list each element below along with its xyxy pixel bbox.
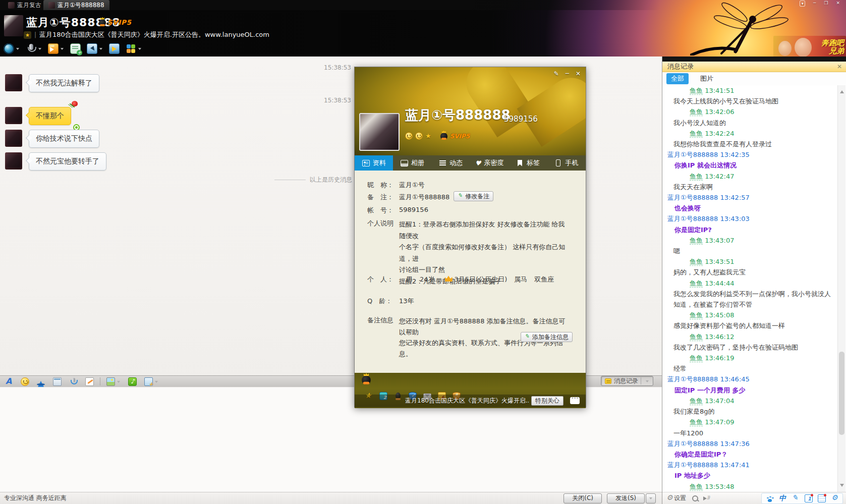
scroll-up-icon[interactable] [840, 88, 844, 93]
skin-menu-icon[interactable]: ▾ [800, 1, 805, 7]
message-bubble[interactable]: 不然元宝他要转手了 [29, 152, 106, 171]
doodle-button[interactable] [84, 376, 95, 387]
nickname-label: 昵 称： [367, 181, 399, 190]
sender-name[interactable]: 蓝月①号888888 [667, 194, 718, 201]
chinese-input-button[interactable] [777, 493, 788, 503]
send-message-icon[interactable] [570, 397, 580, 404]
window-nudge-button[interactable] [51, 376, 63, 387]
send-button[interactable]: 发送(S) [607, 493, 645, 503]
pencil-button[interactable] [790, 493, 801, 503]
tab-phone[interactable]: 手机 [547, 155, 586, 171]
tab-albums[interactable]: 相册 [393, 155, 431, 171]
special-care-button[interactable]: 特别关心 [531, 396, 563, 406]
magic-expression-button[interactable] [35, 376, 47, 387]
group-chat-button[interactable] [69, 42, 82, 55]
sender-name[interactable]: 蓝月①号888888 [667, 440, 718, 447]
sender-name[interactable]: 鱼鱼 [690, 397, 703, 405]
scrollbar-thumb[interactable] [839, 352, 844, 435]
message-bubble[interactable]: 不懂那个 [29, 107, 71, 125]
sender-name[interactable]: 鱼鱼 [690, 483, 703, 491]
sender-name[interactable]: 鱼鱼 [690, 258, 703, 266]
age-value: 24岁 [420, 275, 435, 284]
svip-badge[interactable]: SVIP5 [99, 19, 132, 26]
close-icon[interactable]: ✕ [837, 63, 842, 70]
minimize-icon[interactable]: ─ [566, 70, 569, 77]
sender-name[interactable]: 鱼鱼 [690, 108, 703, 116]
voice-button[interactable] [68, 376, 79, 387]
search-button[interactable] [690, 493, 701, 503]
scroll-down-icon[interactable] [840, 484, 844, 489]
emoticon-icon[interactable] [405, 132, 413, 140]
sender-name[interactable]: 鱼鱼 [690, 130, 703, 138]
message-record-toggle-button[interactable]: 消息记录 [601, 376, 653, 386]
contact-avatar[interactable] [4, 15, 23, 36]
profile-avatar[interactable] [359, 113, 400, 151]
settings-button[interactable]: 设置 [664, 493, 690, 503]
sender-name[interactable]: 鱼鱼 [690, 354, 703, 362]
maximize-icon[interactable]: ❐ [824, 1, 828, 7]
emoticon-button[interactable] [19, 376, 31, 387]
divider: | [34, 31, 36, 38]
sender-name[interactable]: 鱼鱼 [690, 237, 703, 245]
window-tab-lanyue1hao[interactable]: 蓝月①号888888 [43, 0, 109, 10]
avatar[interactable] [5, 130, 22, 147]
sender-name[interactable]: 鱼鱼 [690, 333, 703, 341]
nickname-value: 蓝月①号 [399, 181, 425, 190]
ad-banner[interactable]: 奔跑吧 兄弟 [773, 36, 846, 57]
apps-button[interactable] [124, 42, 143, 55]
minimize-icon[interactable]: ─ [813, 1, 816, 7]
tab-feeds[interactable]: 动态 [432, 155, 470, 171]
calendar-button[interactable] [803, 493, 814, 503]
avatar[interactable] [5, 107, 22, 124]
sender-name[interactable]: 蓝月①号888888 [667, 375, 718, 383]
close-icon[interactable]: ✕ [836, 1, 840, 7]
svip-penguin-icon[interactable] [362, 375, 371, 384]
sender-name[interactable]: 蓝月①号888888 [667, 461, 718, 469]
microphone-button[interactable] [24, 42, 43, 55]
close-icon[interactable]: ✕ [576, 70, 581, 77]
divider-line [274, 180, 306, 180]
edit-remark-button[interactable]: 修改备注 [454, 191, 493, 201]
sender-name[interactable]: 鱼鱼 [690, 173, 703, 181]
message-bubble[interactable]: 你给技术说下快点 [29, 130, 99, 148]
webcam-button[interactable] [2, 42, 21, 55]
font-button[interactable] [3, 376, 15, 387]
svip-level-label: SVIP5 [450, 133, 470, 140]
close-button[interactable]: 关闭(C) [563, 493, 602, 503]
notes-button[interactable] [816, 493, 827, 503]
sender-name[interactable]: 蓝月①号888888 [667, 151, 718, 158]
announcement-text[interactable]: 蓝月180合击国庆大区《普天同庆》火爆开启.开区公告。www.lanyueOL.… [39, 30, 269, 39]
send-options-button[interactable] [646, 493, 656, 503]
log-sender-line: 鱼鱼 13:46:12 [663, 331, 837, 342]
settings-button[interactable] [829, 493, 840, 503]
log-sender-line: 鱼鱼 13:47:09 [663, 417, 837, 427]
file-transfer-button[interactable] [46, 42, 66, 55]
emoticon-icon[interactable] [415, 132, 423, 140]
tab-profile[interactable]: 资料 [355, 155, 393, 171]
tab-intimacy[interactable]: ♥亲密度 [470, 155, 509, 171]
paw-button[interactable] [764, 493, 775, 503]
screen-capture-button[interactable] [143, 376, 160, 387]
scrollbar[interactable] [837, 85, 845, 492]
sender-name[interactable]: 鱼鱼 [690, 311, 703, 319]
screen-share-button[interactable] [107, 42, 121, 55]
sender-name[interactable]: 鱼鱼 [690, 279, 703, 288]
theme-pen-icon[interactable]: ✎ [554, 70, 559, 77]
avatar[interactable] [5, 152, 22, 170]
message-bubble[interactable]: 不然我无法解释了 [29, 74, 99, 92]
tab-images[interactable]: 图片 [696, 73, 718, 84]
add-note-button[interactable]: 添加备注信息 [521, 332, 573, 342]
tab-all[interactable]: 全部 [666, 73, 689, 84]
image-button[interactable] [105, 376, 122, 387]
sender-name[interactable]: 鱼鱼 [690, 418, 703, 426]
log-message-text: 我想你给我查查是不是有人登录过 [663, 139, 837, 149]
sender-name[interactable]: 蓝月①号888888 [667, 215, 718, 222]
avatar[interactable] [5, 74, 22, 91]
sound-button[interactable] [701, 493, 712, 503]
tab-tags[interactable]: 标签 [509, 155, 547, 171]
window-tab-lanyuefugu[interactable]: 蓝月复古 [3, 0, 46, 10]
sender-name[interactable]: 鱼鱼 [690, 87, 703, 95]
remote-desktop-button[interactable] [85, 42, 104, 55]
ad-face-image [778, 41, 792, 56]
music-button[interactable] [127, 376, 138, 387]
